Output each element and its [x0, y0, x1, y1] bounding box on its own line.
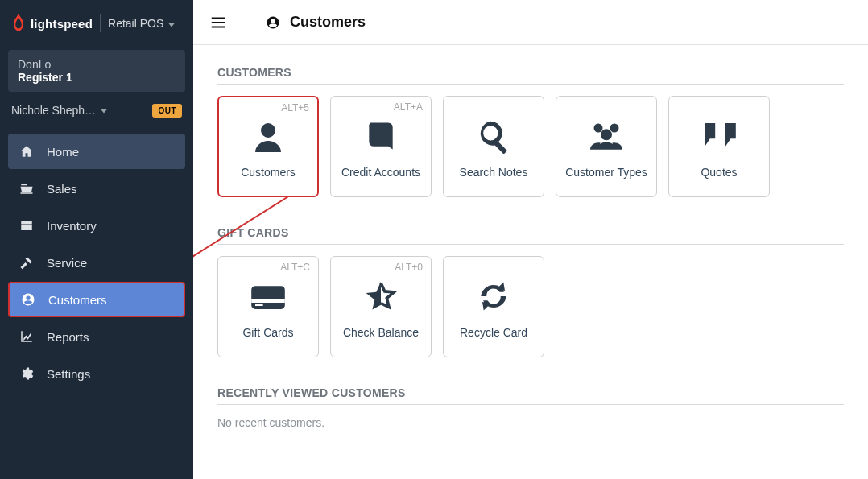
shortcut-hint: ALT+5 [281, 102, 309, 114]
nav-item-customers[interactable]: Customers [8, 282, 185, 317]
svg-point-3 [610, 124, 619, 133]
card-label: Check Balance [343, 326, 419, 339]
card-label: Quotes [701, 166, 737, 179]
users-group-icon [586, 114, 626, 158]
nav-label: Sales [47, 182, 176, 196]
section-title: CUSTOMERS [217, 66, 844, 85]
section-customers: CUSTOMERS ALT+5 Customers ALT+A Credit A… [217, 66, 844, 197]
user-switcher[interactable]: Nichole Sheph… OUT [0, 100, 193, 129]
cash-register-icon [18, 181, 35, 196]
card-label: Customers [241, 166, 296, 179]
svg-point-4 [601, 129, 612, 140]
nav-label: Inventory [47, 219, 176, 233]
svg-rect-6 [251, 299, 285, 303]
nav-item-reports[interactable]: Reports [8, 319, 185, 354]
nav-label: Reports [47, 330, 176, 344]
drawer-icon [18, 218, 35, 233]
nav-label: Customers [48, 293, 174, 307]
caret-down-icon [168, 17, 175, 31]
shortcut-hint: ALT+A [394, 101, 423, 113]
gear-icon [18, 366, 35, 381]
content-area: CUSTOMERS ALT+5 Customers ALT+A Credit A… [193, 45, 868, 479]
brand-name: lightspeed [31, 17, 93, 31]
svg-point-2 [594, 124, 603, 133]
card-label: Gift Cards [242, 326, 293, 339]
section-title: GIFT CARDS [217, 226, 844, 245]
home-icon [18, 144, 35, 159]
caret-down-icon [101, 103, 107, 118]
nav-label: Settings [47, 367, 176, 381]
card-search-notes[interactable]: Search Notes [443, 96, 544, 197]
sidebar: lightspeed Retail POS DonLo Register 1 N… [0, 0, 193, 479]
card-label: Recycle Card [460, 326, 527, 339]
card-customer-types[interactable]: Customer Types [556, 96, 657, 197]
nav-item-home[interactable]: Home [8, 134, 185, 169]
book-icon [363, 114, 399, 158]
lightspeed-logo-icon [11, 14, 26, 34]
nav-item-service[interactable]: Service [8, 245, 185, 280]
section-recent-customers: RECENTLY VIEWED CUSTOMERS No recent cust… [217, 386, 844, 429]
credit-card-icon [249, 275, 287, 318]
card-gift-cards[interactable]: ALT+C Gift Cards [217, 256, 319, 357]
user-icon [249, 114, 287, 158]
card-label: Credit Accounts [341, 166, 420, 179]
topbar: Customers [193, 0, 868, 45]
card-recycle-card[interactable]: Recycle Card [443, 256, 544, 357]
quotes-icon [700, 114, 738, 158]
cards-row: ALT+C Gift Cards ALT+0 Check Balance [217, 256, 844, 357]
cards-row: ALT+5 Customers ALT+A Credit Accounts [217, 96, 844, 197]
card-customers[interactable]: ALT+5 Customers [217, 96, 319, 197]
refresh-icon [477, 275, 510, 318]
card-check-balance[interactable]: ALT+0 Check Balance [330, 256, 432, 357]
card-label: Search Notes [460, 166, 528, 179]
section-gift-cards: GIFT CARDS ALT+C Gift Cards ALT+0 Check … [217, 226, 844, 357]
main-area: Customers CUSTOMERS ALT+5 Customers ALT+… [193, 0, 868, 479]
hamburger-icon[interactable] [209, 14, 227, 31]
brand-bar[interactable]: lightspeed Retail POS [0, 0, 193, 47]
brand-divider [100, 14, 101, 32]
section-title: RECENTLY VIEWED CUSTOMERS [217, 386, 844, 405]
nav-item-settings[interactable]: Settings [8, 356, 185, 391]
nav-item-inventory[interactable]: Inventory [8, 208, 185, 243]
card-quotes[interactable]: Quotes [668, 96, 770, 197]
register-name: Register 1 [18, 71, 176, 84]
search-icon [476, 114, 511, 158]
hammer-icon [18, 255, 35, 270]
brand-product: Retail POS [108, 17, 163, 30]
main-nav: Home Sales Inventory Service Customers [0, 129, 193, 398]
chart-line-icon [18, 329, 35, 344]
current-user-name: Nichole Sheph… [11, 104, 96, 117]
svg-rect-7 [255, 304, 263, 306]
nav-item-sales[interactable]: Sales [8, 171, 185, 206]
register-context[interactable]: DonLo Register 1 [8, 50, 185, 92]
star-half-icon [363, 275, 399, 318]
page-title: Customers [290, 14, 366, 31]
person-circle-icon [19, 292, 37, 307]
person-circle-icon [266, 14, 282, 31]
store-name: DonLo [18, 58, 176, 71]
nav-label: Service [47, 256, 176, 270]
card-credit-accounts[interactable]: ALT+A Credit Accounts [330, 96, 432, 197]
card-label: Customer Types [565, 166, 647, 179]
shortcut-hint: ALT+0 [395, 262, 423, 273]
recent-empty-text: No recent customers. [217, 416, 844, 429]
status-badge-out[interactable]: OUT [152, 104, 182, 118]
nav-label: Home [47, 145, 176, 159]
shortcut-hint: ALT+C [280, 262, 310, 273]
